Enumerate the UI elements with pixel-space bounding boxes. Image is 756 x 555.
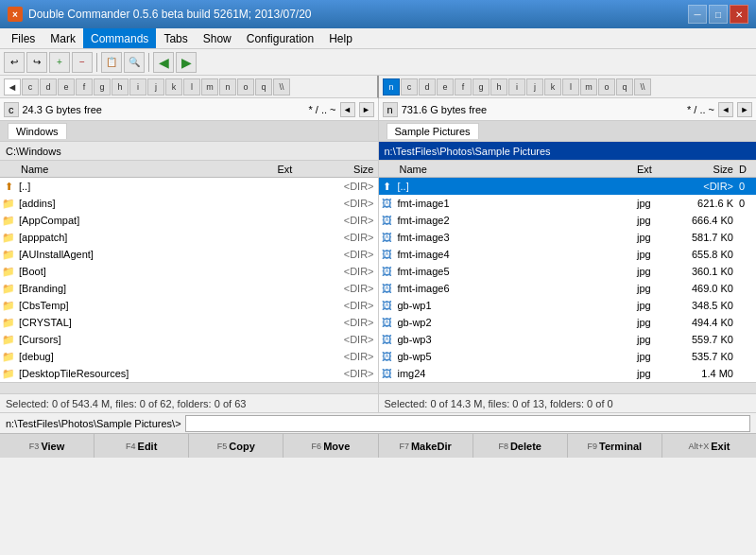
- right-drive-m[interactable]: m: [580, 78, 597, 95]
- fkey-delete[interactable]: F8 Delete: [473, 434, 568, 458]
- table-row[interactable]: 📁 [Branding] <DIR>: [0, 280, 378, 297]
- left-tab-label[interactable]: Windows: [8, 123, 67, 139]
- left-drive-l[interactable]: l: [183, 78, 200, 95]
- menu-commands[interactable]: Commands: [83, 28, 156, 48]
- left-prev-drive[interactable]: ◄: [4, 78, 21, 95]
- table-row[interactable]: 📁 [Cursors] <DIR>: [0, 331, 378, 348]
- right-col-ext[interactable]: Ext: [633, 164, 676, 175]
- right-drive-g[interactable]: g: [472, 78, 490, 95]
- left-drive-net[interactable]: \\: [273, 78, 290, 95]
- left-drive-c[interactable]: c: [22, 78, 39, 95]
- table-row[interactable]: 📁 [debug] <DIR>: [0, 348, 378, 365]
- toolbar-forward[interactable]: ↪: [26, 52, 47, 73]
- close-button[interactable]: ✕: [730, 5, 748, 24]
- right-drive-h[interactable]: h: [490, 78, 507, 95]
- right-drive-j[interactable]: j: [526, 78, 543, 95]
- left-drive-e[interactable]: e: [58, 78, 75, 95]
- fkey-copy[interactable]: F5 Copy: [189, 434, 284, 458]
- table-row[interactable]: 🖼 fmt-image6 jpg 469.0 K0: [379, 280, 757, 297]
- left-drive-f[interactable]: f: [76, 78, 93, 95]
- table-row[interactable]: 📁 [AUInstallAgent] <DIR>: [0, 246, 378, 263]
- left-drive-m[interactable]: m: [201, 78, 218, 95]
- table-row[interactable]: 🖼 fmt-image2 jpg 666.4 K0: [379, 212, 757, 229]
- left-drive-k[interactable]: k: [165, 78, 182, 95]
- fkey-move[interactable]: F6 Move: [284, 434, 378, 458]
- menu-files[interactable]: Files: [4, 28, 43, 48]
- table-row[interactable]: 📁 [CRYSTAL] <DIR>: [0, 314, 378, 331]
- minimize-button[interactable]: ─: [688, 5, 707, 24]
- menu-tabs[interactable]: Tabs: [156, 28, 195, 48]
- fkey-exit[interactable]: Alt+X Exit: [662, 434, 756, 458]
- table-row[interactable]: ⬆ [..] <DIR>: [0, 178, 378, 195]
- toolbar-remove[interactable]: −: [72, 52, 93, 73]
- right-drive-o[interactable]: o: [598, 78, 615, 95]
- toolbar-back[interactable]: ↩: [4, 52, 25, 73]
- table-row[interactable]: 📁 [apppatch] <DIR>: [0, 229, 378, 246]
- table-row[interactable]: 🖼 gb-wp2 jpg 494.4 K0: [379, 314, 757, 331]
- table-row[interactable]: 🖼 fmt-image3 jpg 581.7 K0: [379, 229, 757, 246]
- right-hscrollbar[interactable]: [379, 382, 757, 393]
- left-drive-d[interactable]: d: [40, 78, 57, 95]
- table-row[interactable]: 🖼 fmt-image1 jpg 621.6 K 0: [379, 195, 757, 212]
- table-row[interactable]: 🖼 fmt-image5 jpg 360.1 K0: [379, 263, 757, 280]
- right-drive-f[interactable]: f: [455, 78, 472, 95]
- right-drive-selector[interactable]: n: [383, 102, 398, 117]
- right-drive-n[interactable]: n: [383, 78, 400, 95]
- right-col-size[interactable]: Size: [676, 164, 737, 175]
- menu-help[interactable]: Help: [321, 28, 360, 48]
- toolbar-find[interactable]: 🔍: [124, 52, 145, 73]
- right-drive-net[interactable]: \\: [634, 78, 651, 95]
- left-drive-g[interactable]: g: [94, 78, 111, 95]
- left-scroll-left[interactable]: ◄: [340, 102, 355, 117]
- left-col-name[interactable]: Name: [17, 164, 274, 175]
- right-drive-c[interactable]: c: [401, 78, 418, 95]
- left-scroll-right[interactable]: ►: [359, 102, 374, 117]
- fkey-view[interactable]: F3 View: [0, 434, 94, 458]
- right-col-name[interactable]: Name: [396, 164, 634, 175]
- toolbar-right-arrow[interactable]: ▶: [176, 52, 197, 73]
- left-col-size[interactable]: Size: [317, 164, 378, 175]
- left-drive-o[interactable]: o: [237, 78, 254, 95]
- toolbar-copy-to-clipboard[interactable]: 📋: [101, 52, 122, 73]
- table-row[interactable]: 📁 [DesktopTileResources] <DIR>: [0, 365, 378, 382]
- left-col-ext[interactable]: Ext: [274, 164, 317, 175]
- table-row[interactable]: 📁 [CbsTemp] <DIR>: [0, 297, 378, 314]
- command-line-input[interactable]: [185, 415, 750, 432]
- right-drive-k[interactable]: k: [544, 78, 561, 95]
- left-drive-j[interactable]: j: [147, 78, 164, 95]
- table-row[interactable]: ⬆ [..] <DIR> 0: [379, 178, 757, 195]
- table-row[interactable]: 📁 [addins] <DIR>: [0, 195, 378, 212]
- table-row[interactable]: 📁 [AppCompat] <DIR>: [0, 212, 378, 229]
- left-drive-n[interactable]: n: [219, 78, 236, 95]
- left-drive-i[interactable]: i: [129, 78, 146, 95]
- fkey-makedir[interactable]: F7 MakeDir: [379, 434, 473, 458]
- fkey-edit[interactable]: F4 Edit: [94, 434, 189, 458]
- file-ext: jpg: [633, 283, 676, 294]
- right-drive-d[interactable]: d: [419, 78, 436, 95]
- table-row[interactable]: 🖼 img24 jpg 1.4 M0: [379, 365, 757, 382]
- right-drive-e[interactable]: e: [437, 78, 454, 95]
- right-drive-q[interactable]: q: [616, 78, 633, 95]
- left-drive-selector[interactable]: c: [4, 102, 19, 117]
- right-tab-label[interactable]: Sample Pictures: [387, 123, 479, 139]
- toolbar-add[interactable]: +: [49, 52, 70, 73]
- right-scroll-right[interactable]: ►: [737, 102, 752, 117]
- left-drive-q[interactable]: q: [255, 78, 272, 95]
- table-row[interactable]: 🖼 fmt-image4 jpg 655.8 K0: [379, 246, 757, 263]
- menu-configuration[interactable]: Configuration: [239, 28, 321, 48]
- right-drive-i[interactable]: i: [508, 78, 525, 95]
- right-scroll-left[interactable]: ◄: [718, 102, 733, 117]
- menu-show[interactable]: Show: [196, 28, 239, 48]
- table-row[interactable]: 📁 [Boot] <DIR>: [0, 263, 378, 280]
- maximize-button[interactable]: □: [709, 5, 728, 24]
- left-drive-h[interactable]: h: [112, 78, 129, 95]
- menu-mark[interactable]: Mark: [43, 28, 83, 48]
- right-drive-l[interactable]: l: [562, 78, 579, 95]
- right-col-date[interactable]: D: [737, 164, 756, 175]
- fkey-terminal[interactable]: F9 Terminal: [568, 434, 662, 458]
- table-row[interactable]: 🖼 gb-wp1 jpg 348.5 K0: [379, 297, 757, 314]
- table-row[interactable]: 🖼 gb-wp5 jpg 535.7 K0: [379, 348, 757, 365]
- toolbar-left-arrow[interactable]: ◀: [153, 52, 174, 73]
- left-hscrollbar[interactable]: [0, 382, 378, 393]
- table-row[interactable]: 🖼 gb-wp3 jpg 559.7 K0: [379, 331, 757, 348]
